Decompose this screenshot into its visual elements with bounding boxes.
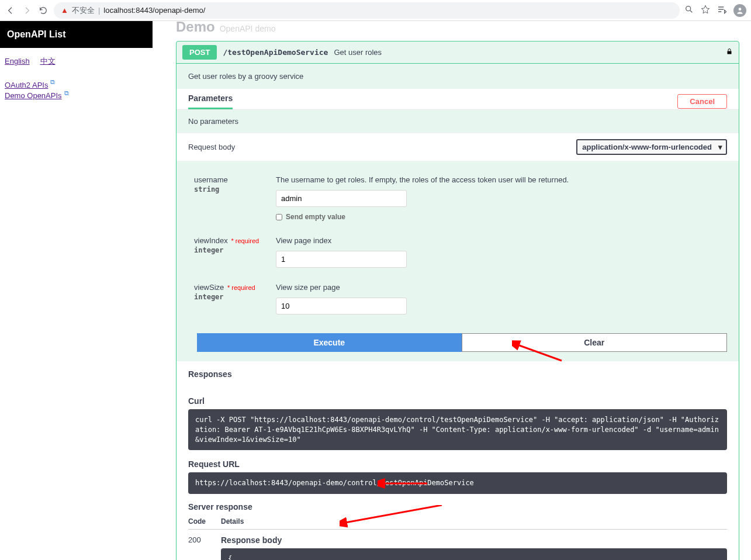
endpoint-summary-text: Get user roles (334, 48, 382, 57)
external-link-icon: ⧉ (50, 78, 55, 85)
back-icon[interactable] (5, 5, 16, 16)
nav-oauth2-apis[interactable]: OAuth2 APIs (5, 81, 48, 89)
curl-command: curl -X POST "https://localhost:8443/ope… (188, 409, 727, 450)
param-type: integer (194, 246, 276, 254)
lock-icon[interactable] (726, 47, 733, 57)
reload-icon[interactable] (37, 5, 49, 16)
request-body-row: Request body application/x-www-form-urle… (176, 133, 739, 161)
main-content: DemoOpenAPI demo POST /testOpenApiDemoSe… (153, 21, 751, 560)
endpoint-description: Get user roles by a groovy service (176, 64, 739, 89)
param-name: viewSize * required (194, 283, 276, 292)
param-description: The username to get roles. If empty, the… (276, 175, 727, 184)
parameters-tab[interactable]: Parameters (188, 94, 233, 109)
nav-demo-openapis[interactable]: Demo OpenAPIs (5, 91, 62, 100)
svg-rect-2 (728, 51, 732, 54)
param-name: viewIndex * required (194, 236, 276, 245)
cancel-button[interactable]: Cancel (677, 94, 727, 109)
viewsize-input[interactable] (276, 298, 407, 314)
param-name: username (194, 175, 276, 184)
server-response-header: Server response (188, 502, 727, 511)
zoom-icon[interactable] (684, 5, 694, 16)
param-username: username string The username to get role… (194, 175, 727, 221)
curl-label: Curl (188, 396, 727, 406)
response-table-header: Code Details (188, 517, 727, 530)
send-empty-checkbox[interactable] (276, 214, 282, 220)
content-type-select[interactable]: application/x-www-form-urlencoded (576, 139, 727, 155)
profile-icon[interactable] (733, 4, 746, 17)
param-type: string (194, 185, 276, 193)
browser-toolbar: ▲ 不安全 | localhost:8443/openapi-demo/ (0, 0, 751, 21)
svg-point-0 (686, 6, 691, 11)
viewindex-input[interactable] (276, 251, 407, 268)
parameters-header-row: Parameters Cancel (176, 89, 739, 110)
send-empty-row: Send empty value (276, 213, 727, 221)
param-type: integer (194, 293, 276, 301)
svg-point-1 (739, 8, 742, 11)
star-icon[interactable] (701, 5, 710, 16)
request-url-label: Request URL (188, 459, 727, 469)
endpoint-block: POST /testOpenApiDemoService Get user ro… (176, 41, 739, 560)
responses-header: Responses (176, 361, 739, 387)
lang-english[interactable]: English (5, 57, 30, 65)
playlist-icon[interactable] (717, 5, 726, 16)
param-viewsize: viewSize * required integer View size pe… (194, 283, 727, 314)
lang-chinese[interactable]: 中文 (40, 57, 56, 65)
action-row: Execute Clear (176, 333, 739, 361)
request-body-label: Request body (188, 143, 235, 151)
method-badge: POST (182, 45, 217, 60)
address-bar[interactable]: ▲ 不安全 | localhost:8443/openapi-demo/ (54, 2, 680, 19)
sidebar: OpenAPI List English 中文 OAuth2 APIs⧉ Dem… (0, 21, 153, 560)
sidebar-title: OpenAPI List (0, 21, 153, 48)
col-code-header: Code (188, 517, 221, 526)
clear-button[interactable]: Clear (462, 333, 728, 352)
response-row: 200 Response body { "roles": [ { (188, 530, 727, 560)
send-empty-label: Send empty value (286, 213, 345, 221)
url-text: localhost:8443/openapi-demo/ (103, 6, 205, 15)
request-url: https://localhost:8443/openapi-demo/cont… (188, 472, 727, 494)
response-code: 200 (188, 535, 221, 560)
username-input[interactable] (276, 190, 407, 207)
param-description: View page index (276, 236, 727, 245)
page-title: DemoOpenAPI demo (176, 21, 739, 35)
param-description: View size per page (276, 283, 727, 292)
request-body-params: username string The username to get role… (176, 161, 739, 333)
external-link-icon: ⧉ (64, 89, 69, 96)
insecure-icon: ▲ (61, 6, 68, 15)
response-body: { "roles": [ { (221, 548, 727, 560)
execute-button[interactable]: Execute (197, 333, 462, 352)
param-viewindex: viewIndex * required integer View page i… (194, 236, 727, 268)
endpoint-path: /testOpenApiDemoService (223, 48, 328, 57)
insecure-label: 不安全 (72, 5, 95, 16)
col-details-header: Details (221, 517, 244, 526)
responses-section: Curl curl -X POST "https://localhost:844… (176, 387, 739, 560)
forward-icon (21, 5, 33, 16)
endpoint-summary[interactable]: POST /testOpenApiDemoService Get user ro… (176, 42, 739, 64)
response-body-label: Response body (221, 535, 727, 545)
no-parameters-label: No parameters (176, 110, 739, 133)
